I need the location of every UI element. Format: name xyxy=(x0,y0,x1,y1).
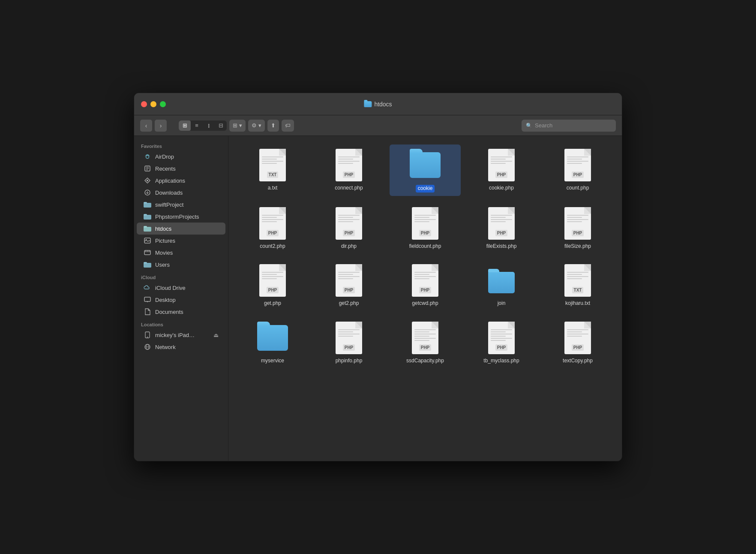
file-item-fileexists-php[interactable]: PHP fileExists.php xyxy=(466,203,537,253)
sidebar-item-phpstorm[interactable]: PhpstormProjects xyxy=(137,211,225,223)
file-item-join-folder[interactable]: join xyxy=(466,260,537,310)
get2-php-icon: PHP xyxy=(333,263,364,298)
sidebar-item-pictures[interactable]: Pictures xyxy=(137,235,225,247)
sidebar: Favorites AirDrop xyxy=(134,136,228,461)
view-buttons: ⊞ ≡ ⫿ ⊟ xyxy=(179,120,227,131)
close-button[interactable] xyxy=(141,101,147,107)
sidebar-item-swiftproject[interactable]: swiftProject xyxy=(137,199,225,211)
file-item-cookie-folder[interactable]: cookie xyxy=(390,145,461,196)
traffic-lights xyxy=(141,101,166,107)
svg-rect-10 xyxy=(144,214,147,216)
a-txt-icon: TXT xyxy=(257,148,288,182)
file-item-myservice-folder[interactable]: myservice xyxy=(237,317,308,368)
tag-button[interactable]: 🏷 xyxy=(282,120,294,132)
sidebar-item-ipad[interactable]: mickey's iPad… ⏏ xyxy=(137,329,225,341)
file-item-get-php[interactable]: PHP get.php xyxy=(237,260,308,310)
file-label-myservice-folder: myservice xyxy=(261,358,284,364)
maximize-button[interactable] xyxy=(160,101,166,107)
get-php-icon: PHP xyxy=(257,263,288,298)
sidebar-item-desktop[interactable]: Desktop xyxy=(137,294,225,306)
file-label-count-php: count.php xyxy=(567,185,589,192)
sidebar-item-airdrop-label: AirDrop xyxy=(155,154,174,160)
sidebar-item-network[interactable]: Network xyxy=(137,341,225,353)
icloud-drive-icon xyxy=(144,284,151,292)
file-label-get-php: get.php xyxy=(264,300,281,307)
file-item-get2-php[interactable]: PHP get2.php xyxy=(313,260,384,310)
sidebar-item-documents[interactable]: Documents xyxy=(137,306,225,318)
myservice-folder-icon xyxy=(257,321,288,355)
sidebar-item-movies-label: Movies xyxy=(155,250,173,256)
sidebar-item-phpstorm-label: PhpstormProjects xyxy=(155,214,199,220)
sidebar-item-recents[interactable]: Recents xyxy=(137,163,225,175)
file-item-tb-myclass-php[interactable]: PHP tb_myclass.php xyxy=(466,317,537,368)
file-label-filesize-php: fileSize.php xyxy=(564,243,591,250)
file-label-join-folder: join xyxy=(498,300,506,307)
recents-icon xyxy=(144,165,151,172)
locations-label: Locations xyxy=(134,318,228,329)
svg-rect-12 xyxy=(144,226,147,228)
file-item-dir-php[interactable]: PHP dir.php xyxy=(313,203,384,253)
view-columns-button[interactable]: ⫿ xyxy=(203,120,215,131)
sidebar-item-downloads[interactable]: Downloads xyxy=(137,187,225,199)
sidebar-item-ipad-label: mickey's iPad… xyxy=(155,332,195,338)
file-item-cookie-php[interactable]: PHP cookie.php xyxy=(466,145,537,196)
search-bar[interactable]: 🔍 xyxy=(522,120,616,132)
back-button[interactable]: ‹ xyxy=(140,120,152,132)
file-label-dir-php: dir.php xyxy=(341,243,357,250)
count-php-icon: PHP xyxy=(562,148,593,182)
file-item-ssdcapacity-php[interactable]: PHP ssdCapacity.php xyxy=(390,317,461,368)
file-item-count2-php[interactable]: PHP count2.php xyxy=(237,203,308,253)
sidebar-item-airdrop[interactable]: AirDrop xyxy=(137,151,225,163)
sidebar-item-icloud-drive[interactable]: iCloud Drive xyxy=(137,282,225,294)
file-label-cookie-folder: cookie xyxy=(416,185,435,193)
forward-icon: › xyxy=(160,122,162,129)
file-item-kojiharu-txt[interactable]: TXT kojiharu.txt xyxy=(542,260,613,310)
cookie-php-icon: PHP xyxy=(486,148,517,182)
view-gallery-button[interactable]: ⊟ xyxy=(215,120,227,131)
sidebar-item-swiftproject-label: swiftProject xyxy=(155,202,183,208)
file-label-cookie-php: cookie.php xyxy=(489,185,514,192)
file-label-kojiharu-txt: kojiharu.txt xyxy=(565,300,590,307)
svg-point-0 xyxy=(146,156,149,159)
ipad-icon xyxy=(144,331,151,339)
sidebar-item-documents-label: Documents xyxy=(155,309,183,315)
view-icon-button[interactable]: ⊞ xyxy=(179,120,191,131)
columns-view-icon: ⫿ xyxy=(207,122,210,129)
connect-php-icon: PHP xyxy=(333,148,364,182)
sidebar-item-applications[interactable]: Applications xyxy=(137,175,225,187)
action-button[interactable]: ⚙ ▾ xyxy=(248,120,265,132)
view-options-button[interactable]: ⊞ ▾ xyxy=(229,120,246,132)
sidebar-item-users-label: Users xyxy=(155,262,170,268)
sidebar-item-movies[interactable]: Movies xyxy=(137,247,225,259)
file-label-get2-php: get2.php xyxy=(339,300,359,307)
file-item-connect-php[interactable]: PHP connect.php xyxy=(313,145,384,196)
file-item-a-txt[interactable]: TXT a.txt xyxy=(237,145,308,196)
view-options-icon: ⊞ xyxy=(233,122,237,129)
svg-point-5 xyxy=(147,180,148,181)
eject-icon[interactable]: ⏏ xyxy=(213,332,219,338)
forward-button[interactable]: › xyxy=(155,120,167,132)
file-item-fieldcount-php[interactable]: PHP fieldcount.php xyxy=(390,203,461,253)
count2-php-icon: PHP xyxy=(257,206,288,241)
tag-icon: 🏷 xyxy=(285,122,291,129)
minimize-button[interactable] xyxy=(150,101,156,107)
search-icon: 🔍 xyxy=(526,123,532,129)
join-folder-icon xyxy=(486,263,517,298)
sidebar-item-downloads-label: Downloads xyxy=(155,190,183,196)
grid-view-icon: ⊞ xyxy=(183,122,187,129)
window-title: htdocs xyxy=(374,101,392,108)
file-item-getcwd-php[interactable]: PHP getcwd.php xyxy=(390,260,461,310)
file-item-filesize-php[interactable]: PHP fileSize.php xyxy=(542,203,613,253)
file-item-phpinfo-php[interactable]: PHP phpinfo.php xyxy=(313,317,384,368)
share-button[interactable]: ⬆ xyxy=(267,120,279,132)
file-item-textcopy-php[interactable]: PHP textCopy.php xyxy=(542,317,613,368)
search-input[interactable] xyxy=(535,122,612,129)
svg-rect-8 xyxy=(144,202,147,204)
file-item-count-php[interactable]: PHP count.php xyxy=(542,145,613,196)
file-label-getcwd-php: getcwd.php xyxy=(412,300,438,307)
sidebar-item-htdocs[interactable]: htdocs xyxy=(137,223,225,235)
sidebar-item-users[interactable]: Users xyxy=(137,259,225,271)
movies-icon xyxy=(144,249,151,256)
view-list-button[interactable]: ≡ xyxy=(191,120,203,131)
dir-php-icon: PHP xyxy=(333,206,364,241)
